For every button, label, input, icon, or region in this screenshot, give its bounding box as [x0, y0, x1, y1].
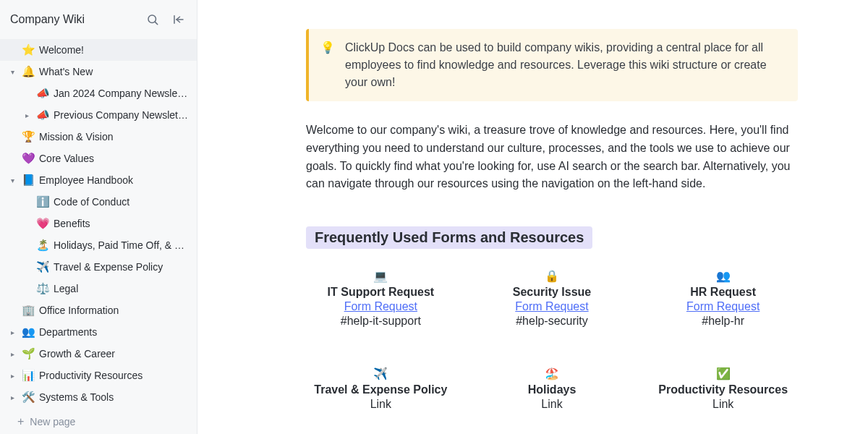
card-link[interactable]: Form Request	[306, 300, 456, 313]
resource-cards-grid: 💻IT Support RequestForm Request#help-it-…	[306, 269, 798, 411]
sidebar-item[interactable]: ▸💜Core Values	[0, 148, 197, 169]
sidebar-item[interactable]: ▸🌱Growth & Career	[0, 343, 197, 365]
chevron-right-icon[interactable]: ▸	[22, 111, 32, 119]
item-icon: ⭐	[22, 43, 35, 56]
item-icon: 🌱	[22, 347, 35, 360]
item-icon: ✈️	[36, 260, 49, 273]
card-emoji-icon: ✅	[648, 367, 798, 380]
card-subtext: #help-it-support	[306, 315, 456, 328]
card-title: Travel & Expense Policy	[306, 383, 456, 396]
sidebar-item[interactable]: ▸💗Benefits	[0, 213, 197, 234]
sidebar-item[interactable]: ▸🏢Office Information	[0, 299, 197, 321]
card-link[interactable]: Link	[648, 398, 798, 411]
sidebar-item[interactable]: ▾📘Employee Handbook	[0, 169, 197, 191]
sidebar-item-label: Jan 2024 Company Newsletter	[54, 88, 188, 99]
sidebar-item-label: Productivity Resources	[39, 370, 188, 381]
new-page-button[interactable]: + New page	[0, 409, 197, 434]
svg-line-1	[155, 22, 157, 24]
header-actions	[145, 12, 187, 27]
card-emoji-icon: 🔒	[477, 269, 627, 283]
sidebar-item-label: Travel & Expense Policy	[54, 261, 188, 273]
resource-card: 👥HR RequestForm Request#help-hr	[648, 269, 798, 328]
sidebar-nav: ▸⭐Welcome!▾🔔What's New▸📣Jan 2024 Company…	[0, 39, 197, 409]
sidebar-item-label: Office Information	[39, 305, 188, 316]
card-subtext: #help-security	[477, 315, 627, 328]
main-content: 💡 ClickUp Docs can be used to build comp…	[197, 0, 868, 434]
card-title: Security Issue	[477, 286, 627, 299]
resource-card: 🔒Security IssueForm Request#help-securit…	[477, 269, 627, 328]
sidebar-item[interactable]: ▾🔔What's New	[0, 61, 197, 82]
sidebar-item[interactable]: ▸🏝️Holidays, Paid Time Off, & Leave...	[0, 234, 197, 256]
sidebar-item[interactable]: ▸🛠️Systems & Tools	[0, 386, 197, 408]
sidebar-item[interactable]: ▸ℹ️Code of Conduct	[0, 191, 197, 213]
card-link[interactable]: Form Request	[648, 300, 798, 313]
sidebar-item-label: Legal	[54, 283, 188, 294]
item-icon: ℹ️	[36, 195, 49, 208]
sidebar-item[interactable]: ▸📊Productivity Resources	[0, 365, 197, 386]
card-title: Productivity Resources	[648, 383, 798, 396]
chevron-right-icon[interactable]: ▸	[7, 393, 17, 401]
resource-card: ✈️Travel & Expense PolicyLink	[306, 367, 456, 411]
sidebar-item[interactable]: ▸👥Departments	[0, 321, 197, 343]
sidebar-item-label: Growth & Career	[39, 348, 188, 359]
sidebar-item[interactable]: ▸✈️Travel & Expense Policy	[0, 256, 197, 278]
item-icon: 📣	[36, 109, 49, 122]
item-icon: 🛠️	[22, 391, 35, 404]
chevron-down-icon[interactable]: ▾	[7, 68, 17, 76]
sidebar-item-label: Systems & Tools	[39, 391, 188, 403]
item-icon: 👥	[22, 326, 35, 339]
item-icon: 🏝️	[36, 239, 49, 252]
collapse-sidebar-icon[interactable]	[171, 12, 187, 27]
resource-card: 🏖️HolidaysLink	[477, 367, 627, 411]
sidebar-item[interactable]: ▸⭐Welcome!	[0, 39, 197, 61]
item-icon: 📊	[22, 369, 35, 382]
card-title: HR Request	[648, 286, 798, 299]
sidebar-item-label: Departments	[39, 326, 188, 338]
sidebar-item-label: Core Values	[39, 153, 188, 164]
section-header: Frequently Used Forms and Resources	[306, 226, 592, 249]
card-link[interactable]: Link	[477, 398, 627, 411]
card-subtext: #help-hr	[648, 315, 798, 328]
chevron-right-icon[interactable]: ▸	[7, 328, 17, 336]
card-emoji-icon: 👥	[648, 269, 798, 283]
item-icon: 🏢	[22, 304, 35, 317]
sidebar: Company Wiki ▸⭐Welcome!▾🔔What's New▸📣Jan…	[0, 0, 197, 434]
new-page-label: New page	[30, 416, 75, 427]
sidebar-item-label: Previous Company Newsletters	[54, 109, 188, 121]
item-icon: ⚖️	[36, 282, 49, 295]
item-icon: 📘	[22, 174, 35, 187]
sidebar-item[interactable]: ▸📣Jan 2024 Company Newsletter	[0, 82, 197, 104]
chevron-right-icon[interactable]: ▸	[7, 372, 17, 380]
wiki-title: Company Wiki	[10, 13, 85, 26]
sidebar-item[interactable]: ▸🏆Mission & Vision	[0, 126, 197, 148]
item-icon: 💜	[22, 152, 35, 165]
card-emoji-icon: ✈️	[306, 367, 456, 380]
card-link[interactable]: Link	[306, 398, 456, 411]
resource-card: 💻IT Support RequestForm Request#help-it-…	[306, 269, 456, 328]
resource-card: ✅Productivity ResourcesLink	[648, 367, 798, 411]
item-icon: 🏆	[22, 130, 35, 143]
card-emoji-icon: 💻	[306, 269, 456, 283]
sidebar-item-label: Welcome!	[39, 44, 188, 56]
item-icon: 📣	[36, 87, 49, 100]
lightbulb-icon: 💡	[320, 39, 335, 91]
card-emoji-icon: 🏖️	[477, 367, 627, 380]
sidebar-item[interactable]: ▸⚖️Legal	[0, 278, 197, 299]
callout: 💡 ClickUp Docs can be used to build comp…	[306, 29, 798, 101]
sidebar-header: Company Wiki	[0, 0, 197, 39]
chevron-right-icon[interactable]: ▸	[7, 350, 17, 358]
callout-text: ClickUp Docs can be used to build compan…	[345, 39, 783, 91]
intro-paragraph: Welcome to our company's wiki, a treasur…	[306, 122, 798, 193]
search-icon[interactable]	[145, 12, 161, 27]
chevron-down-icon[interactable]: ▾	[7, 176, 17, 184]
sidebar-item-label: Holidays, Paid Time Off, & Leave...	[54, 239, 188, 251]
sidebar-item-label: Employee Handbook	[39, 174, 188, 186]
card-title: Holidays	[477, 383, 627, 396]
sidebar-item-label: Code of Conduct	[54, 196, 188, 208]
plus-icon: +	[17, 415, 24, 428]
sidebar-item-label: Mission & Vision	[39, 131, 188, 142]
item-icon: 🔔	[22, 65, 35, 78]
card-link[interactable]: Form Request	[477, 300, 627, 313]
card-title: IT Support Request	[306, 286, 456, 299]
sidebar-item[interactable]: ▸📣Previous Company Newsletters	[0, 104, 197, 126]
